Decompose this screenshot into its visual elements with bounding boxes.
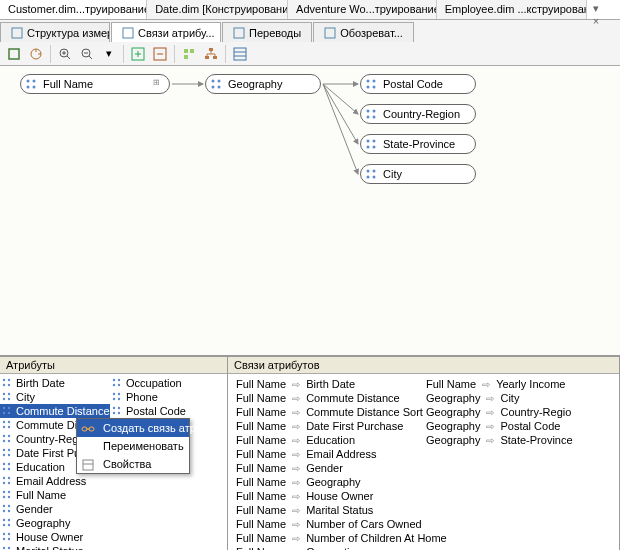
relation-row[interactable]: Full Name⇨Email Address (228, 447, 418, 461)
svg-point-112 (113, 398, 115, 400)
attribute-item[interactable]: House Owner (0, 530, 110, 544)
attribute-item[interactable]: Email Address (0, 474, 110, 488)
designer-tabs: Структура измере...Связи атрибу...Перево… (0, 20, 620, 42)
attribute-item[interactable]: Marital Status (0, 544, 110, 550)
relationship-canvas[interactable]: Full Name ⊞ Geography Postal Code Countr… (0, 66, 620, 356)
relation-row[interactable]: Full Name⇨Marital Status (228, 503, 418, 517)
node-postal-code[interactable]: Postal Code (360, 74, 476, 94)
relation-row[interactable]: Full Name⇨Geography (228, 475, 418, 489)
arrow-icon: ⇨ (292, 477, 300, 488)
attribute-item[interactable]: Occupation (110, 376, 220, 390)
arrow-icon: ⇨ (292, 421, 300, 432)
svg-point-63 (8, 435, 10, 437)
designer-tab[interactable]: Обозреват... (313, 22, 414, 42)
node-state-province[interactable]: State-Province (360, 134, 476, 154)
svg-rect-10 (184, 49, 188, 53)
document-tabs: Customer.dim...труирование]*Date.dim [Ко… (0, 0, 620, 20)
show-list-button[interactable] (230, 44, 250, 64)
svg-line-21 (323, 84, 358, 174)
svg-point-51 (8, 393, 10, 395)
attribute-item[interactable]: Postal Code (110, 404, 220, 418)
svg-rect-121 (83, 460, 93, 470)
relation-row[interactable]: Geography⇨City (418, 391, 608, 405)
svg-point-46 (3, 379, 5, 381)
relation-row[interactable]: Full Name⇨Education (228, 433, 418, 447)
relation-row[interactable]: Full Name⇨Number of Children At Home (228, 531, 418, 545)
expand-icon[interactable]: ⊞ (153, 78, 165, 90)
attribute-item[interactable]: Full Name (0, 488, 110, 502)
toolbar-btn-2[interactable] (26, 44, 46, 64)
svg-point-75 (8, 477, 10, 479)
arrow-icon: ⇨ (482, 379, 490, 390)
relation-row[interactable]: Full Name⇨Commute Distance Sort (228, 405, 418, 419)
svg-point-117 (118, 412, 120, 414)
toolbar-dropdown[interactable]: ▾ (99, 44, 119, 64)
node-full-name[interactable]: Full Name ⊞ (20, 74, 170, 94)
relation-to: State-Province (500, 434, 572, 446)
relation-from: Full Name (236, 504, 286, 516)
relation-from: Full Name (236, 392, 286, 404)
attribute-item[interactable]: Gender (0, 502, 110, 516)
relation-row[interactable]: Geography⇨Postal Code (418, 419, 608, 433)
relation-to: Number of Cars Owned (306, 518, 422, 530)
svg-point-88 (3, 524, 5, 526)
svg-point-30 (367, 80, 370, 83)
designer-tab[interactable]: Структура измере... (0, 22, 110, 42)
toolbar: ▾ (0, 42, 620, 66)
svg-point-86 (3, 519, 5, 521)
designer-tab[interactable]: Переводы (222, 22, 312, 42)
attribute-icon (2, 420, 12, 430)
expand-button[interactable] (128, 44, 148, 64)
attribute-item[interactable]: Birth Date (0, 376, 110, 390)
relation-row[interactable]: Full Name⇨Date First Purchase (228, 419, 418, 433)
arrow-icon: ⇨ (292, 463, 300, 474)
arrange-tree-button[interactable] (201, 44, 221, 64)
attribute-item[interactable]: Phone (110, 390, 220, 404)
tab-label: Связи атрибу... (138, 27, 215, 39)
document-tab[interactable]: Date.dim [Конструирование] (147, 0, 288, 19)
relation-from: Full Name (236, 462, 286, 474)
relation-row[interactable]: Full Name⇨Birth Date (228, 377, 418, 391)
arrange-shapes-button[interactable] (179, 44, 199, 64)
node-country-region[interactable]: Country-Region (360, 104, 476, 124)
zoom-out-button[interactable] (77, 44, 97, 64)
document-tab[interactable]: Customer.dim...труирование]* (0, 0, 147, 19)
document-tab[interactable]: Employee.dim ...кструирование (437, 0, 587, 19)
ctx-rename[interactable]: Переименовать (77, 437, 189, 455)
svg-rect-4 (9, 49, 19, 59)
node-city[interactable]: City (360, 164, 476, 184)
relation-row[interactable]: Full Name⇨Gender (228, 461, 418, 475)
relation-row[interactable]: Full Name⇨Commute Distance (228, 391, 418, 405)
node-geography[interactable]: Geography (205, 74, 321, 94)
attribute-item[interactable]: City (0, 390, 110, 404)
relation-row[interactable]: Full Name⇨Yearly Income (418, 377, 608, 391)
ctx-create-relation[interactable]: Создать связь атрибутов... (77, 419, 189, 437)
relation-row[interactable]: Full Name⇨Number of Cars Owned (228, 517, 418, 531)
svg-point-34 (367, 110, 370, 113)
relation-to: House Owner (306, 490, 373, 502)
svg-point-56 (3, 412, 5, 414)
svg-rect-1 (123, 28, 133, 38)
document-tab[interactable]: Adventure Wo...труирование]* (288, 0, 437, 19)
attribute-icon (2, 546, 12, 550)
attribute-icon (2, 504, 12, 514)
arrow-icon: ⇨ (292, 519, 300, 530)
svg-point-23 (33, 80, 36, 83)
attribute-item[interactable]: Commute Distance (0, 404, 110, 418)
relation-row[interactable]: Geography⇨Country-Regio (418, 405, 608, 419)
attribute-item[interactable]: Geography (0, 516, 110, 530)
zoom-in-button[interactable] (55, 44, 75, 64)
toolbar-btn-1[interactable] (4, 44, 24, 64)
designer-tab[interactable]: Связи атрибу... (111, 22, 221, 42)
window-controls[interactable]: ▾ × (587, 0, 620, 19)
relation-row[interactable]: Full Name⇨House Owner (228, 489, 418, 503)
arrow-icon: ⇨ (486, 421, 494, 432)
svg-point-70 (3, 463, 5, 465)
relation-row[interactable]: Full Name⇨Occupation (228, 545, 418, 550)
arrow-icon: ⇨ (292, 505, 300, 516)
relation-row[interactable]: Geography⇨State-Province (418, 433, 608, 447)
attribute-icon (2, 448, 12, 458)
svg-point-52 (3, 398, 5, 400)
ctx-properties[interactable]: Свойства (77, 455, 189, 473)
collapse-button[interactable] (150, 44, 170, 64)
